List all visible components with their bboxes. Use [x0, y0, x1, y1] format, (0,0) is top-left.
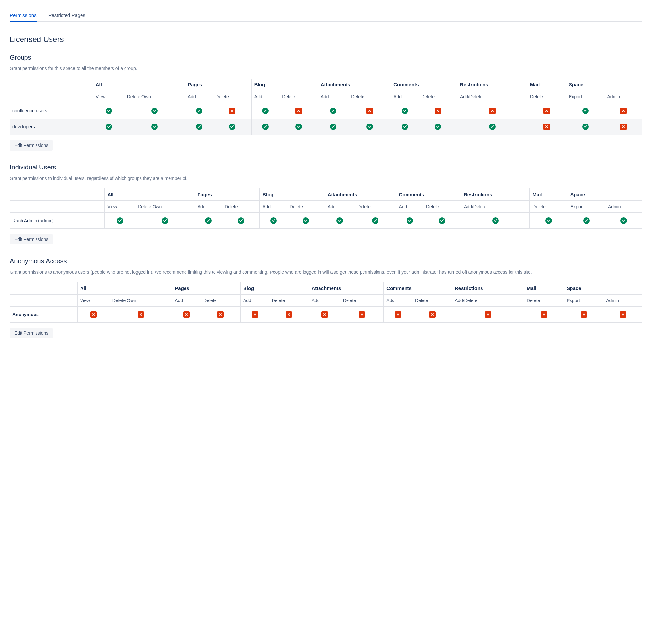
permission-cell: [452, 307, 524, 323]
check-icon: [582, 123, 589, 130]
column-sub-header: Delete: [424, 201, 461, 213]
permission-cell: [185, 119, 213, 135]
check-icon: [330, 108, 336, 114]
check-icon: [262, 108, 269, 114]
anon-table: AllPagesBlogAttachmentsCommentsRestricti…: [10, 282, 642, 323]
check-icon: [270, 217, 277, 224]
permission-cell: [349, 103, 390, 119]
column-group-header: Mail: [527, 79, 566, 91]
x-icon: [359, 311, 365, 318]
groups-section: Groups Grant permissions for this space …: [10, 54, 642, 150]
permission-cell: [135, 213, 195, 229]
column-group-header: Blog: [260, 188, 325, 201]
x-icon: [138, 311, 144, 318]
anon-section: Anonymous Access Grant permissions to an…: [10, 257, 642, 338]
check-icon: [117, 217, 123, 224]
column-sub-header: Export: [568, 201, 605, 213]
groups-table: AllPagesBlogAttachmentsCommentsRestricti…: [10, 79, 642, 135]
permission-cell: [93, 119, 125, 135]
users-section: Individual Users Grant permissions to in…: [10, 164, 642, 245]
x-icon: [286, 311, 292, 318]
permission-cell: [110, 307, 172, 323]
column-group-header: Attachments: [325, 188, 396, 201]
permission-cell: [125, 119, 185, 135]
permission-cell: [384, 307, 412, 323]
check-icon: [205, 217, 212, 224]
permission-cell: [566, 103, 604, 119]
column-sub-header: Export: [564, 295, 603, 307]
tab-restricted-pages[interactable]: Restricted Pages: [48, 10, 89, 21]
column-sub-header: Delete: [527, 91, 566, 103]
column-group-header: Comments: [396, 188, 461, 201]
check-icon: [620, 217, 627, 224]
column-sub-header: Delete: [222, 201, 260, 213]
permission-cell: [564, 307, 603, 323]
table-row: Anonymous: [10, 307, 642, 323]
column-sub-header: Add/Delete: [452, 295, 524, 307]
permission-cell: [418, 103, 457, 119]
edit-anon-permissions-button[interactable]: Edit Permissions: [10, 328, 53, 338]
row-name: Anonymous: [10, 307, 78, 323]
column-sub-header: Add: [251, 91, 279, 103]
permission-cell: [287, 213, 325, 229]
column-sub-header: Add/Delete: [461, 201, 530, 213]
column-group-header: Mail: [524, 282, 564, 295]
permission-cell: [125, 103, 185, 119]
permission-cell: [251, 103, 279, 119]
column-sub-header: Delete: [418, 91, 457, 103]
check-icon: [196, 123, 202, 130]
tab-permissions[interactable]: Permissions: [10, 10, 40, 21]
permission-cell: [269, 307, 309, 323]
column-group-header: Comments: [384, 282, 452, 295]
column-sub-header: Add: [172, 295, 201, 307]
check-icon: [402, 108, 408, 114]
x-icon: [229, 108, 235, 114]
check-icon: [366, 123, 373, 130]
column-sub-header: Add: [185, 91, 213, 103]
permission-cell: [424, 213, 461, 229]
column-sub-header: Add: [195, 201, 222, 213]
x-icon: [252, 311, 258, 318]
x-icon: [395, 311, 401, 318]
permission-cell: [418, 119, 457, 135]
edit-groups-permissions-button[interactable]: Edit Permissions: [10, 140, 53, 150]
column-sub-header: Delete Own: [135, 201, 195, 213]
permission-cell: [309, 307, 341, 323]
users-heading: Individual Users: [10, 164, 642, 171]
column-group-header: Pages: [185, 79, 251, 91]
edit-users-permissions-button[interactable]: Edit Permissions: [10, 234, 53, 245]
permission-cell: [604, 119, 642, 135]
permission-cell: [566, 119, 604, 135]
check-icon: [336, 217, 343, 224]
permission-cell: [240, 307, 269, 323]
permission-cell: [355, 213, 396, 229]
check-icon: [545, 217, 552, 224]
column-group-header: Blog: [251, 79, 318, 91]
permission-cell: [457, 119, 527, 135]
check-icon: [407, 217, 413, 224]
permission-cell: [603, 307, 642, 323]
row-name: confluence-users: [10, 103, 93, 119]
permission-cell: [213, 103, 251, 119]
column-sub-header: Delete: [530, 201, 568, 213]
check-icon: [238, 217, 244, 224]
permission-cell: [222, 213, 260, 229]
permission-cell: [530, 213, 568, 229]
x-icon: [90, 311, 97, 318]
x-icon: [543, 108, 550, 114]
column-sub-header: Delete: [201, 295, 240, 307]
permission-cell: [279, 119, 318, 135]
x-icon: [620, 311, 626, 318]
check-icon: [106, 108, 112, 114]
column-sub-header: View: [105, 201, 136, 213]
permission-cell: [172, 307, 201, 323]
permission-cell: [341, 307, 384, 323]
check-icon: [162, 217, 168, 224]
permission-cell: [605, 213, 642, 229]
column-sub-header: Delete: [213, 91, 251, 103]
table-row: Rach Admin (admin): [10, 213, 642, 229]
check-icon: [402, 123, 408, 130]
row-name: developers: [10, 119, 93, 135]
column-group-header: Restrictions: [457, 79, 527, 91]
x-icon: [429, 311, 436, 318]
